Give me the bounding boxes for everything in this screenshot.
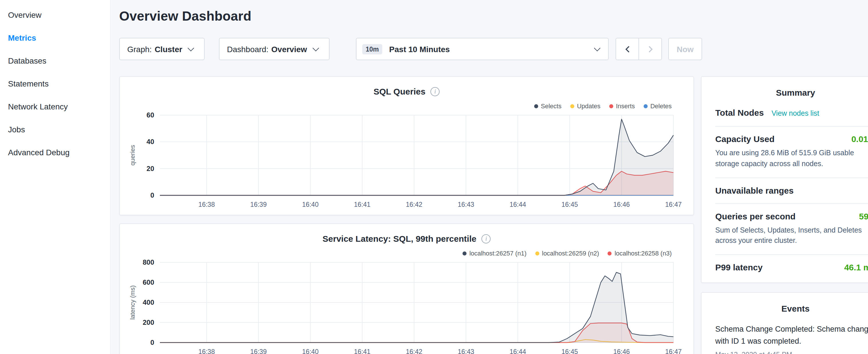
summary-row-description: Sum of Selects, Updates, Inserts, and De… [715, 225, 868, 246]
dashboard-value: Overview [271, 44, 307, 54]
summary-row-p99-latency: P99 latency 46.1 ms [715, 255, 868, 280]
summary-row-value: 59.7 [859, 211, 868, 221]
event-message: Schema Change Completed: Schema change w… [715, 324, 868, 348]
app-root: Overview Metrics Databases Statements Ne… [0, 0, 868, 354]
chart-svg: 16:3816:3916:4016:4116:4216:4316:4416:45… [120, 77, 693, 215]
svg-text:16:45: 16:45 [561, 348, 578, 354]
time-range-value: Past 10 Minutes [389, 44, 450, 54]
summary-row-description: You are using 28.6 MiB of 515.9 GiB usab… [715, 148, 868, 169]
time-range-dropdown[interactable]: 10m Past 10 Minutes [356, 38, 609, 60]
svg-text:16:39: 16:39 [250, 201, 267, 208]
svg-text:latency (ms): latency (ms) [129, 285, 136, 320]
svg-text:queries: queries [129, 145, 136, 165]
chevron-right-icon [648, 45, 652, 53]
svg-text:16:47: 16:47 [665, 201, 682, 208]
sql-queries-chart[interactable]: 16:3816:3916:4016:4116:4216:4316:4416:45… [120, 77, 693, 215]
summary-row-title: Capacity Used [715, 134, 775, 144]
svg-text:800: 800 [143, 258, 154, 266]
now-button[interactable]: Now [668, 38, 702, 60]
svg-text:600: 600 [143, 279, 154, 286]
svg-text:40: 40 [147, 138, 154, 146]
now-button-label: Now [677, 44, 693, 54]
svg-text:20: 20 [147, 165, 154, 172]
sidebar-item-advanced-debug[interactable]: Advanced Debug [0, 141, 110, 164]
chevron-down-icon [312, 45, 319, 51]
summary-row-title: P99 latency [715, 262, 763, 272]
graph-scope-value: Cluster [155, 44, 182, 54]
svg-text:16:40: 16:40 [302, 348, 319, 354]
summary-row-title: Total Nodes [715, 108, 764, 118]
svg-text:16:42: 16:42 [406, 201, 423, 208]
svg-text:16:44: 16:44 [509, 201, 526, 208]
chevron-left-icon [625, 45, 629, 53]
svg-text:16:46: 16:46 [613, 348, 630, 354]
sidebar-item-metrics[interactable]: Metrics [0, 26, 110, 49]
summary-row-title: Unavailable ranges [715, 185, 794, 195]
svg-text:60: 60 [147, 111, 154, 119]
summary-row-title: Queries per second [715, 211, 796, 221]
chevron-down-icon [188, 45, 194, 51]
service-latency-chart-card: Service Latency: SQL, 99th percentile lo… [119, 223, 694, 354]
sidebar-item-overview[interactable]: Overview [0, 3, 110, 26]
summary-row-unavailable-ranges: Unavailable ranges 0 [715, 178, 868, 204]
summary-row-value: 46.1 ms [844, 262, 868, 272]
time-step-buttons [616, 38, 662, 60]
summary-row-queries-per-second: Queries per second 59.7 Sum of Selects, … [715, 204, 868, 255]
events-title: Events [715, 293, 868, 316]
svg-text:16:45: 16:45 [561, 201, 578, 208]
svg-text:16:42: 16:42 [406, 348, 423, 354]
summary-row-capacity-used: Capacity Used 0.01% You are using 28.6 M… [715, 127, 868, 178]
summary-row-total-nodes: Total Nodes View nodes list 3 [715, 100, 868, 127]
svg-text:0: 0 [150, 339, 154, 346]
page-title: Overview Dashboard [119, 9, 251, 24]
svg-text:0: 0 [150, 191, 154, 199]
sidebar: Overview Metrics Databases Statements Ne… [0, 0, 111, 354]
sidebar-item-network-latency[interactable]: Network Latency [0, 95, 110, 118]
svg-text:16:41: 16:41 [354, 201, 371, 208]
sql-queries-chart-card: SQL Queries SelectsUpdatesInsertsDeletes… [119, 76, 694, 215]
svg-text:16:39: 16:39 [250, 348, 267, 354]
view-nodes-list-link[interactable]: View nodes list [771, 109, 819, 118]
summary-row-value: 0.01% [851, 134, 868, 144]
svg-text:400: 400 [143, 298, 154, 306]
svg-text:16:46: 16:46 [613, 201, 630, 208]
svg-text:16:40: 16:40 [302, 201, 319, 208]
time-step-back-button[interactable] [616, 38, 639, 60]
event-timestamp: May 13, 2020 at 4:45 PM [715, 351, 868, 354]
svg-text:16:47: 16:47 [665, 348, 682, 354]
graph-scope-dropdown[interactable]: Graph: Cluster [119, 38, 205, 60]
sidebar-item-statements[interactable]: Statements [0, 72, 110, 95]
service-latency-chart[interactable]: 16:3816:3916:4016:4116:4216:4316:4416:45… [120, 224, 693, 354]
svg-text:16:44: 16:44 [509, 348, 526, 354]
chart-svg: 16:3816:3916:4016:4116:4216:4316:4416:45… [120, 224, 693, 354]
summary-title: Summary [715, 77, 868, 100]
events-card: Events Schema Change Completed: Schema c… [701, 292, 868, 354]
graph-scope-label: Graph: [127, 44, 152, 54]
svg-text:16:43: 16:43 [458, 348, 474, 354]
dashboard-label: Dashboard: [227, 44, 269, 54]
summary-card: Summary Total Nodes View nodes list 3 Ca… [701, 76, 868, 283]
svg-text:16:41: 16:41 [354, 348, 371, 354]
svg-text:200: 200 [143, 319, 154, 326]
svg-text:16:43: 16:43 [458, 201, 474, 208]
svg-text:16:38: 16:38 [198, 348, 215, 354]
sidebar-item-databases[interactable]: Databases [0, 49, 110, 72]
svg-text:16:38: 16:38 [198, 201, 215, 208]
dashboard-dropdown[interactable]: Dashboard: Overview [219, 38, 330, 60]
time-step-forward-button[interactable] [639, 38, 662, 60]
chevron-down-icon [594, 45, 601, 51]
time-range-badge: 10m [362, 44, 382, 54]
sidebar-item-jobs[interactable]: Jobs [0, 118, 110, 141]
